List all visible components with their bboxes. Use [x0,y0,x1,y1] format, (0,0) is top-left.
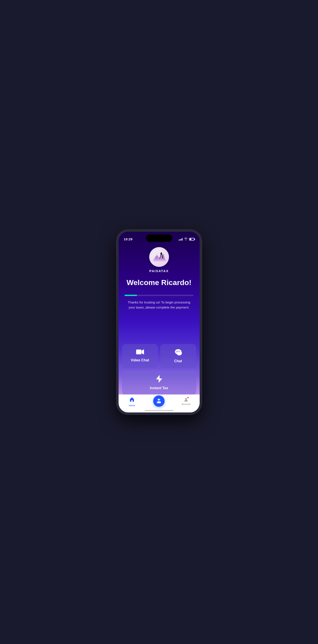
buttons-row: Video Chat Chat [122,344,196,368]
chat-label: Chat [174,359,182,363]
account-tab-label: Account [182,403,190,406]
dynamic-island [146,234,172,242]
progress-fill [124,295,137,296]
chat-icon [174,349,182,358]
svg-point-8 [176,351,177,352]
video-chat-label: Video Chat [131,358,149,362]
tab-home[interactable]: Home [119,397,146,407]
tab-account[interactable]: Account [172,397,199,406]
home-indicator [145,410,173,411]
video-chat-icon [136,349,144,356]
logo-svg [151,249,167,265]
tab-upload[interactable] [146,397,172,407]
home-tab-label: Home [129,404,135,407]
logo-container: PAISATAX [149,247,169,273]
battery-fill [190,238,191,240]
phone-frame: 10:29 [116,230,202,415]
progress-container [124,295,194,296]
svg-point-9 [178,351,179,352]
upload-button[interactable] [153,395,165,407]
instant-tax-icon [156,375,162,384]
welcome-heading: Welcome Ricardo! [122,278,196,287]
signal-icon [179,238,183,240]
wifi-icon [184,238,188,241]
status-icons [179,238,194,241]
account-icon-container [184,397,189,402]
description-text: Thanks for trusting us! To begin process… [119,300,200,310]
svg-marker-11 [156,375,162,383]
home-icon [129,397,134,403]
battery-icon [189,238,194,240]
account-notification-dot [187,397,189,398]
instant-tax-button[interactable]: Instant Tax [122,370,196,395]
app-name: PAISATAX [149,269,169,273]
app-logo [149,247,169,267]
svg-rect-4 [136,350,141,354]
chat-button[interactable]: Chat [160,344,196,368]
upload-icon [156,398,161,404]
screen-content: PAISATAX Welcome Ricardo! Thanks for tru… [119,232,200,412]
svg-point-10 [179,351,180,352]
svg-point-13 [185,398,187,400]
buttons-area: Video Chat Chat [119,344,200,395]
tab-bar: Home [119,394,200,412]
svg-point-0 [151,249,167,265]
video-chat-button[interactable]: Video Chat [122,344,158,368]
instant-tax-label: Instant Tax [150,386,168,390]
status-time: 10:29 [124,237,133,241]
svg-marker-5 [142,349,144,354]
progress-bar [124,295,194,296]
